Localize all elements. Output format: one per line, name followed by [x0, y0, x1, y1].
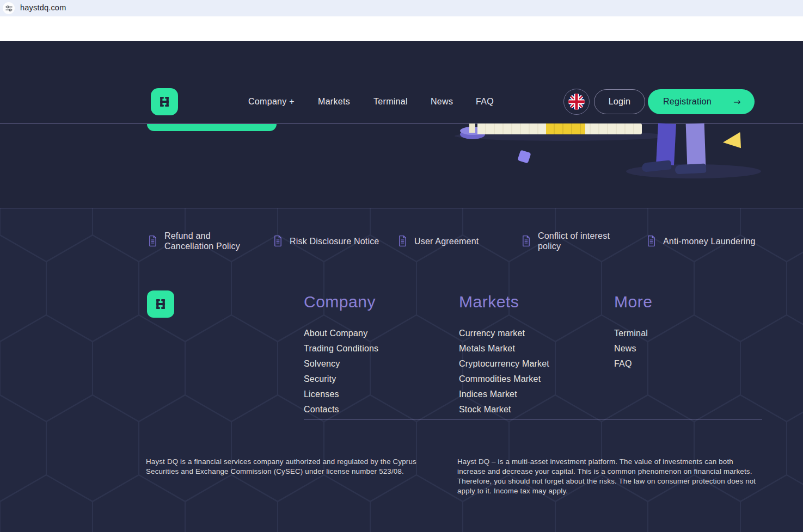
- uk-flag-icon: [568, 94, 585, 110]
- column-title: Markets: [459, 293, 549, 311]
- page-top-gap: [0, 16, 803, 41]
- footer-link-trading-conditions[interactable]: Trading Conditions: [304, 341, 378, 356]
- policy-link-aml[interactable]: Anti-money Laundering: [647, 235, 756, 247]
- policy-link-conflict[interactable]: Conflict of interest policy: [522, 231, 617, 251]
- progress-bar-illustration: [477, 123, 642, 134]
- footer-link-terminal[interactable]: Terminal: [614, 326, 652, 341]
- column-title: More: [614, 293, 652, 311]
- brand-logo[interactable]: [151, 88, 178, 115]
- browser-url-bar[interactable]: haystdq.com: [0, 0, 803, 16]
- footer-link-commodities-market[interactable]: Commodities Market: [459, 372, 549, 387]
- nav-link-terminal[interactable]: Terminal: [373, 97, 408, 107]
- legal-text-license: Hayst DQ is a financial services company…: [146, 457, 444, 477]
- document-icon: [148, 235, 157, 247]
- hero-cta-button-remnant[interactable]: [147, 124, 277, 131]
- pillar-illustration: [469, 123, 475, 133]
- footer-link-solvency[interactable]: Solvency: [304, 356, 378, 372]
- footer-link-crypto-market[interactable]: Cryptocurrency Market: [459, 356, 549, 372]
- column-title: Company: [304, 293, 378, 311]
- footer-column-markets: Markets Currency market Metals Market Cr…: [459, 293, 549, 417]
- nav-link-news[interactable]: News: [431, 97, 453, 107]
- registration-label: Registration: [663, 97, 712, 107]
- url-text[interactable]: haystdq.com: [20, 3, 66, 12]
- login-button[interactable]: Login: [594, 89, 645, 114]
- footer-link-licenses[interactable]: Licenses: [304, 387, 378, 402]
- site-settings-button[interactable]: [3, 2, 15, 14]
- registration-button[interactable]: Registration →: [648, 89, 755, 114]
- columns-divider-line: [304, 419, 762, 419]
- footer-link-currency-market[interactable]: Currency market: [459, 326, 549, 341]
- footer-link-indices-market[interactable]: Indices Market: [459, 387, 549, 402]
- tune-icon: [5, 5, 13, 12]
- footer-link-contacts[interactable]: Contacts: [304, 402, 378, 417]
- policy-label: Anti-money Laundering: [663, 236, 756, 246]
- footer-link-about[interactable]: About Company: [304, 326, 378, 341]
- policy-link-risk[interactable]: Risk Disclosure Notice: [273, 235, 379, 247]
- footer: Refund and Cancellation Policy Risk Disc…: [0, 208, 803, 532]
- character-shoe-right: [675, 164, 707, 175]
- nav-link-faq[interactable]: FAQ: [476, 97, 494, 107]
- footer-brand-logo[interactable]: [147, 290, 174, 318]
- policy-link-agreement[interactable]: User Agreement: [398, 235, 479, 247]
- language-selector[interactable]: [563, 89, 590, 115]
- triangle-decoration: [722, 132, 743, 152]
- arrow-right-icon: →: [733, 97, 741, 107]
- hayst-logo-icon: [152, 296, 169, 312]
- footer-link-metals-market[interactable]: Metals Market: [459, 341, 549, 356]
- progress-bar-gold-segments: [546, 123, 585, 134]
- policy-label: Conflict of interest policy: [538, 231, 617, 251]
- document-icon: [522, 235, 531, 247]
- hero-divider-line: [0, 123, 803, 124]
- document-icon: [398, 235, 407, 247]
- legal-text-risk: Hayst DQ – is a multi-asset investment p…: [457, 457, 761, 496]
- footer-link-security[interactable]: Security: [304, 372, 378, 387]
- footer-link-stock-market[interactable]: Stock Market: [459, 402, 549, 417]
- policy-label: Refund and Cancellation Policy: [164, 231, 247, 251]
- document-icon: [273, 235, 283, 247]
- page-background: Company + Markets Terminal News FAQ Logi…: [0, 41, 803, 532]
- document-icon: [647, 235, 656, 247]
- hayst-logo-icon: [156, 94, 173, 110]
- diamond-decoration: [517, 150, 531, 163]
- policy-link-refund[interactable]: Refund and Cancellation Policy: [148, 231, 247, 251]
- footer-link-faq[interactable]: FAQ: [614, 356, 652, 372]
- nav-link-company[interactable]: Company +: [248, 97, 295, 107]
- character-leg-left: [656, 123, 676, 165]
- policy-label: Risk Disclosure Notice: [290, 236, 379, 246]
- nav-link-markets[interactable]: Markets: [318, 97, 350, 107]
- policy-label: User Agreement: [414, 236, 479, 246]
- footer-column-company: Company About Company Trading Conditions…: [304, 293, 378, 417]
- footer-column-more: More Terminal News FAQ: [614, 293, 652, 372]
- footer-link-news[interactable]: News: [614, 341, 652, 356]
- character-leg-right: [686, 123, 706, 166]
